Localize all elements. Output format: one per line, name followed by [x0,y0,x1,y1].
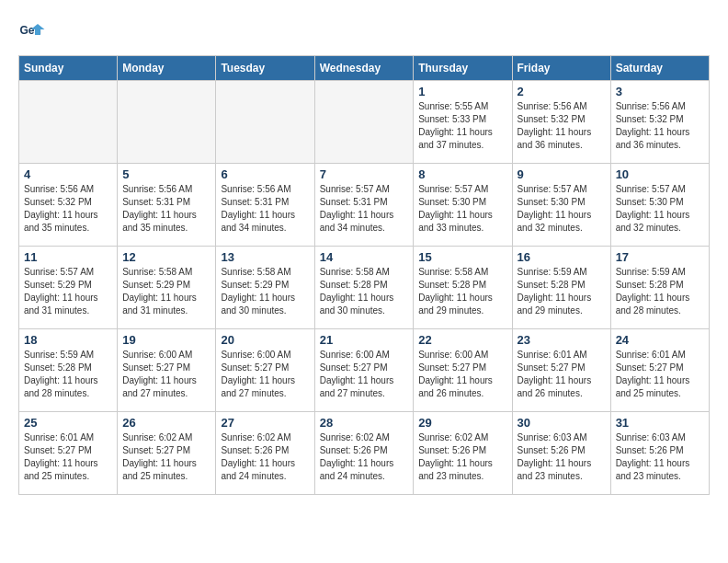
day-cell: 5Sunrise: 5:56 AMSunset: 5:31 PMDaylight… [118,164,216,247]
day-cell: 12Sunrise: 5:58 AMSunset: 5:29 PMDayligh… [118,247,216,329]
header-row: SundayMondayTuesdayWednesdayThursdayFrid… [19,56,710,81]
day-info: Sunrise: 5:55 AMSunset: 5:33 PMDaylight:… [418,100,506,152]
day-cell [314,81,414,164]
day-cell: 8Sunrise: 5:57 AMSunset: 5:30 PMDaylight… [414,164,512,247]
day-number: 12 [122,250,210,264]
day-cell: 27Sunrise: 6:02 AMSunset: 5:26 PMDayligh… [216,412,314,495]
day-info: Sunrise: 5:57 AMSunset: 5:29 PMDaylight:… [24,266,112,317]
day-info: Sunrise: 6:01 AMSunset: 5:27 PMDaylight:… [24,431,112,483]
day-cell: 31Sunrise: 6:03 AMSunset: 5:26 PMDayligh… [610,412,709,495]
day-cell: 26Sunrise: 6:02 AMSunset: 5:27 PMDayligh… [118,412,216,495]
day-number: 20 [221,333,309,347]
day-number: 26 [122,416,210,430]
day-number: 30 [518,416,606,430]
day-number: 27 [221,416,309,430]
day-cell: 7Sunrise: 5:57 AMSunset: 5:31 PMDaylight… [314,164,414,247]
day-number: 14 [320,250,409,264]
day-info: Sunrise: 6:01 AMSunset: 5:27 PMDaylight:… [616,349,704,400]
day-info: Sunrise: 5:59 AMSunset: 5:28 PMDaylight:… [518,266,606,317]
day-cell: 29Sunrise: 6:02 AMSunset: 5:26 PMDayligh… [414,412,512,495]
day-info: Sunrise: 6:00 AMSunset: 5:27 PMDaylight:… [320,349,409,400]
day-info: Sunrise: 5:56 AMSunset: 5:32 PMDaylight:… [518,100,606,152]
week-row-0: 1Sunrise: 5:55 AMSunset: 5:33 PMDaylight… [19,81,710,164]
day-number: 9 [518,167,606,181]
day-cell: 6Sunrise: 5:56 AMSunset: 5:31 PMDaylight… [216,164,314,247]
day-number: 21 [320,333,409,347]
page-header: Gen [18,18,710,46]
day-number: 15 [418,250,506,264]
day-info: Sunrise: 6:00 AMSunset: 5:27 PMDaylight:… [122,349,210,400]
day-info: Sunrise: 6:00 AMSunset: 5:27 PMDaylight:… [418,349,506,400]
logo: Gen [18,18,50,46]
day-number: 2 [518,85,606,98]
day-number: 29 [418,416,506,430]
header-tuesday: Tuesday [216,56,314,81]
day-info: Sunrise: 5:58 AMSunset: 5:28 PMDaylight:… [418,266,506,317]
day-info: Sunrise: 6:03 AMSunset: 5:26 PMDaylight:… [616,431,704,483]
day-number: 6 [221,167,309,181]
day-number: 28 [320,416,409,430]
day-cell: 30Sunrise: 6:03 AMSunset: 5:26 PMDayligh… [512,412,610,495]
header-wednesday: Wednesday [314,56,414,81]
day-cell: 11Sunrise: 5:57 AMSunset: 5:29 PMDayligh… [19,247,118,329]
day-cell: 1Sunrise: 5:55 AMSunset: 5:33 PMDaylight… [414,81,512,164]
day-number: 22 [418,333,506,347]
day-cell: 14Sunrise: 5:58 AMSunset: 5:28 PMDayligh… [314,247,414,329]
day-number: 19 [122,333,210,347]
day-cell: 25Sunrise: 6:01 AMSunset: 5:27 PMDayligh… [19,412,118,495]
day-number: 4 [24,167,112,181]
header-friday: Friday [512,56,610,81]
day-cell: 28Sunrise: 6:02 AMSunset: 5:26 PMDayligh… [314,412,414,495]
day-info: Sunrise: 6:00 AMSunset: 5:27 PMDaylight:… [221,349,309,400]
header-saturday: Saturday [610,56,709,81]
day-cell: 18Sunrise: 5:59 AMSunset: 5:28 PMDayligh… [19,329,118,412]
day-number: 3 [616,85,704,98]
day-cell: 23Sunrise: 6:01 AMSunset: 5:27 PMDayligh… [512,329,610,412]
day-info: Sunrise: 5:58 AMSunset: 5:29 PMDaylight:… [122,266,210,317]
day-cell: 9Sunrise: 5:57 AMSunset: 5:30 PMDaylight… [512,164,610,247]
week-row-4: 25Sunrise: 6:01 AMSunset: 5:27 PMDayligh… [19,412,710,495]
logo-icon: Gen [18,18,46,46]
day-info: Sunrise: 5:57 AMSunset: 5:30 PMDaylight:… [418,183,506,235]
day-info: Sunrise: 5:57 AMSunset: 5:31 PMDaylight:… [320,183,409,235]
day-info: Sunrise: 6:01 AMSunset: 5:27 PMDaylight:… [518,349,606,400]
day-number: 11 [24,250,112,264]
day-info: Sunrise: 5:57 AMSunset: 5:30 PMDaylight:… [518,183,606,235]
day-info: Sunrise: 5:58 AMSunset: 5:28 PMDaylight:… [320,266,409,317]
day-number: 1 [418,85,506,98]
day-number: 25 [24,416,112,430]
day-number: 17 [616,250,704,264]
day-info: Sunrise: 5:57 AMSunset: 5:30 PMDaylight:… [616,183,704,235]
day-info: Sunrise: 5:58 AMSunset: 5:29 PMDaylight:… [221,266,309,317]
day-cell: 10Sunrise: 5:57 AMSunset: 5:30 PMDayligh… [610,164,709,247]
day-cell [216,81,314,164]
day-cell: 13Sunrise: 5:58 AMSunset: 5:29 PMDayligh… [216,247,314,329]
day-info: Sunrise: 6:02 AMSunset: 5:26 PMDaylight:… [320,431,409,483]
day-info: Sunrise: 6:02 AMSunset: 5:27 PMDaylight:… [122,431,210,483]
day-number: 23 [518,333,606,347]
header-sunday: Sunday [19,56,118,81]
day-cell: 16Sunrise: 5:59 AMSunset: 5:28 PMDayligh… [512,247,610,329]
day-number: 10 [616,167,704,181]
day-number: 13 [221,250,309,264]
day-info: Sunrise: 5:56 AMSunset: 5:32 PMDaylight:… [24,183,112,235]
week-row-1: 4Sunrise: 5:56 AMSunset: 5:32 PMDaylight… [19,164,710,247]
day-info: Sunrise: 5:56 AMSunset: 5:31 PMDaylight:… [221,183,309,235]
day-info: Sunrise: 5:56 AMSunset: 5:31 PMDaylight:… [122,183,210,235]
day-number: 24 [616,333,704,347]
day-cell: 17Sunrise: 5:59 AMSunset: 5:28 PMDayligh… [610,247,709,329]
day-info: Sunrise: 5:56 AMSunset: 5:32 PMDaylight:… [616,100,704,152]
day-cell [19,81,118,164]
day-number: 31 [616,416,704,430]
calendar-table: SundayMondayTuesdayWednesdayThursdayFrid… [18,55,710,495]
day-info: Sunrise: 5:59 AMSunset: 5:28 PMDaylight:… [616,266,704,317]
day-number: 8 [418,167,506,181]
day-number: 18 [24,333,112,347]
week-row-2: 11Sunrise: 5:57 AMSunset: 5:29 PMDayligh… [19,247,710,329]
day-number: 5 [122,167,210,181]
header-thursday: Thursday [414,56,512,81]
day-cell: 24Sunrise: 6:01 AMSunset: 5:27 PMDayligh… [610,329,709,412]
day-cell [118,81,216,164]
day-cell: 4Sunrise: 5:56 AMSunset: 5:32 PMDaylight… [19,164,118,247]
day-info: Sunrise: 6:03 AMSunset: 5:26 PMDaylight:… [518,431,606,483]
